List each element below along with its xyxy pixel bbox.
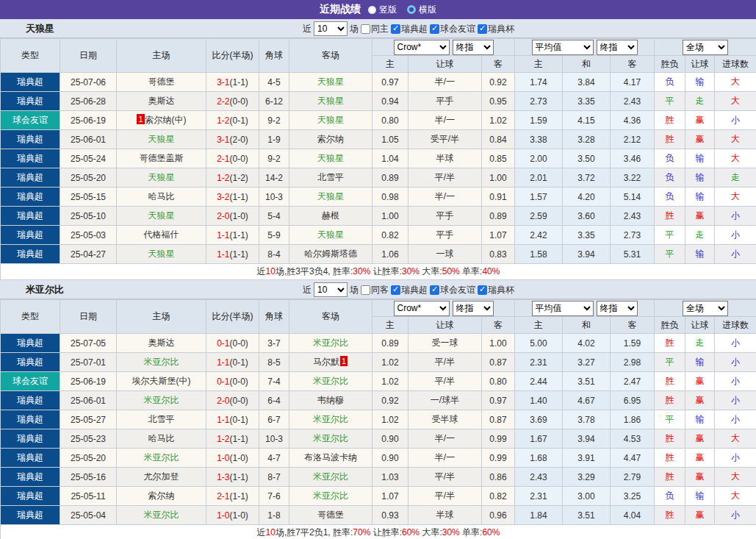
match-row: 瑞典超25-06-01天狼星3-1(2-0)1-9索尔纳1.05受平/半0.84… — [1, 130, 756, 149]
home-team-cell[interactable]: 代格福什 — [117, 226, 206, 245]
match-row: 瑞典超25-07-05奥斯达0-1(0-0)3-7米亚尔比0.89受一球1.00… — [1, 334, 756, 353]
away-team-cell[interactable]: 天狼星 — [289, 73, 372, 92]
league-checkbox-item-0[interactable]: 瑞典超 — [391, 284, 428, 296]
home-team-cell[interactable]: 哥德堡盖斯 — [117, 149, 206, 168]
score-cell: 0-1(0-0) — [206, 372, 259, 391]
home-team-cell[interactable]: 米亚尔比 — [117, 391, 206, 410]
away-team-cell[interactable]: 天狼星 — [289, 226, 372, 245]
away-team-cell[interactable]: 米亚尔比 — [289, 334, 372, 353]
sub-column-header: 主 — [372, 56, 408, 73]
odds-time-select[interactable]: 终指 — [453, 301, 494, 316]
league-checkbox[interactable] — [478, 285, 487, 295]
away-team-cell[interactable]: 米亚尔比 — [289, 372, 372, 391]
league-checkbox[interactable] — [430, 24, 439, 34]
home-team-cell[interactable]: 天狼星 — [117, 130, 206, 149]
avg-home-odds-cell: 2.59 — [515, 207, 563, 226]
league-checkbox-item-2[interactable]: 瑞典杯 — [478, 284, 514, 296]
away-team-cell[interactable]: 赫根 — [289, 207, 372, 226]
radio-vertical-layout[interactable]: 竖版 — [368, 4, 397, 16]
column-header: 客场 — [289, 300, 372, 334]
away-team-cell[interactable]: 米亚尔比 — [289, 410, 372, 429]
away-team-cell[interactable]: 索尔纳 — [289, 130, 372, 149]
odds-time-select[interactable]: 终指 — [453, 40, 494, 55]
radio-horizontal-layout[interactable]: 横版 — [407, 4, 436, 16]
league-checkbox-item-1[interactable]: 球会友谊 — [430, 284, 475, 296]
away-team-cell[interactable]: 米亚尔比 — [289, 468, 372, 487]
away-team-cell[interactable]: 天狼星 — [289, 149, 372, 168]
avg-draw-odds-cell: 4.15 — [563, 111, 611, 130]
avg-select[interactable]: 平均值 — [532, 301, 594, 316]
away-team-cell[interactable]: 哈尔姆斯塔德 — [289, 245, 372, 264]
league-checkbox-item-2[interactable]: 瑞典杯 — [478, 23, 514, 35]
home-team-cell[interactable]: 1索尔纳(中) — [117, 111, 206, 130]
home-team-cell[interactable]: 哈马比 — [117, 188, 206, 207]
avg-away-odds-cell: 2.79 — [611, 468, 655, 487]
same-venue-checkbox-item[interactable]: 同客 — [361, 284, 389, 296]
home-team-cell[interactable]: 北雪平 — [117, 410, 206, 429]
result-handicap-cell: 输 — [685, 73, 715, 92]
corner-cell: 7-4 — [259, 372, 289, 391]
league-checkbox[interactable] — [391, 285, 400, 295]
league-checkbox[interactable] — [391, 24, 400, 34]
avg-select[interactable]: 平均值 — [532, 40, 594, 55]
avg-away-odds-cell: 6.95 — [611, 391, 655, 410]
match-type-cell: 瑞典超 — [1, 168, 60, 188]
home-team-cell[interactable]: 奥斯达 — [117, 334, 206, 353]
home-team-cell[interactable]: 米亚尔比 — [117, 353, 206, 372]
away-team-cell[interactable]: 天狼星 — [289, 92, 372, 111]
away-team-cell[interactable]: 米亚尔比 — [289, 487, 372, 506]
home-team-cell[interactable]: 天狼星 — [117, 207, 206, 226]
same-venue-checkbox-item[interactable]: 同主 — [361, 23, 389, 35]
handicap-line-cell: 平/半 — [408, 468, 482, 487]
home-team-cell[interactable]: 哥德堡 — [117, 73, 206, 92]
same-venue-checkbox[interactable] — [361, 285, 370, 295]
home-team-cell[interactable]: 尤尔加登 — [117, 468, 206, 487]
league-checkbox-item-0[interactable]: 瑞典超 — [391, 23, 428, 35]
avg-draw-odds-cell: 3.51 — [563, 506, 611, 525]
league-checkbox[interactable] — [478, 24, 487, 34]
avg-home-odds-cell: 3.38 — [515, 130, 563, 149]
home-team-cell[interactable]: 米亚尔比 — [117, 506, 206, 525]
away-team-cell[interactable]: 天狼星 — [289, 111, 372, 130]
handicap-home-odds-cell: 1.05 — [372, 130, 408, 149]
summary-text: 近10场,胜7平2负1, 胜率:70% 让胜率:60% 大率:30% 单率:60… — [1, 525, 756, 539]
home-team-cell[interactable]: 米亚尔比 — [117, 449, 206, 468]
home-team-cell[interactable]: 埃尔夫斯堡(中) — [117, 372, 206, 391]
match-type-cell: 瑞典超 — [1, 130, 60, 149]
halftime-score: (0-0) — [230, 396, 248, 406]
handicap-home-odds-cell: 1.07 — [372, 487, 408, 506]
avg-away-odds-cell: 2.98 — [611, 353, 655, 372]
halftime-score: (1-1) — [230, 230, 248, 240]
odds-source-select[interactable]: Crow* — [394, 40, 450, 55]
home-team-cell[interactable]: 天狼星 — [117, 168, 206, 188]
away-team-cell[interactable]: 布洛马波卡纳 — [289, 449, 372, 468]
match-row: 瑞典超25-05-10天狼星2-0(1-0)5-4赫根1.00平手0.892.5… — [1, 207, 756, 226]
same-venue-checkbox[interactable] — [361, 24, 370, 34]
sub-column-header: 客 — [482, 56, 515, 73]
scope-select[interactable]: 全场 — [683, 301, 728, 316]
home-team-cell[interactable]: 索尔纳 — [117, 487, 206, 506]
odds-source-select[interactable]: Crow* — [394, 301, 450, 316]
recent-count-select[interactable]: 10 — [314, 21, 348, 36]
summary-label: 近 — [257, 527, 266, 538]
away-team-cell[interactable]: 天狼星 — [289, 188, 372, 207]
away-team-cell[interactable]: 哥德堡 — [289, 506, 372, 525]
avg-time-select[interactable]: 终指 — [597, 301, 638, 316]
home-team-cell[interactable]: 天狼星 — [117, 245, 206, 264]
halftime-score: (0-0) — [230, 96, 248, 107]
home-team-cell[interactable]: 哈马比 — [117, 429, 206, 449]
away-team-cell[interactable]: 马尔默1 — [289, 353, 372, 372]
result-goals-cell: 小 — [715, 334, 756, 353]
avg-time-select[interactable]: 终指 — [597, 40, 638, 55]
score-cell: 3-1(2-0) — [206, 130, 259, 149]
summary-label: 场,胜3平3负4, 胜率: — [276, 266, 353, 276]
away-team-cell[interactable]: 韦纳穆 — [289, 391, 372, 410]
halftime-score: (1-0) — [230, 510, 248, 521]
home-team-cell[interactable]: 奥斯达 — [117, 92, 206, 111]
scope-select[interactable]: 全场 — [683, 40, 728, 55]
league-checkbox-item-1[interactable]: 球会友谊 — [430, 23, 475, 35]
recent-count-select[interactable]: 10 — [314, 282, 348, 297]
away-team-cell[interactable]: 米亚尔比 — [289, 429, 372, 449]
away-team-cell[interactable]: 北雪平 — [289, 168, 372, 188]
league-checkbox[interactable] — [430, 285, 439, 295]
